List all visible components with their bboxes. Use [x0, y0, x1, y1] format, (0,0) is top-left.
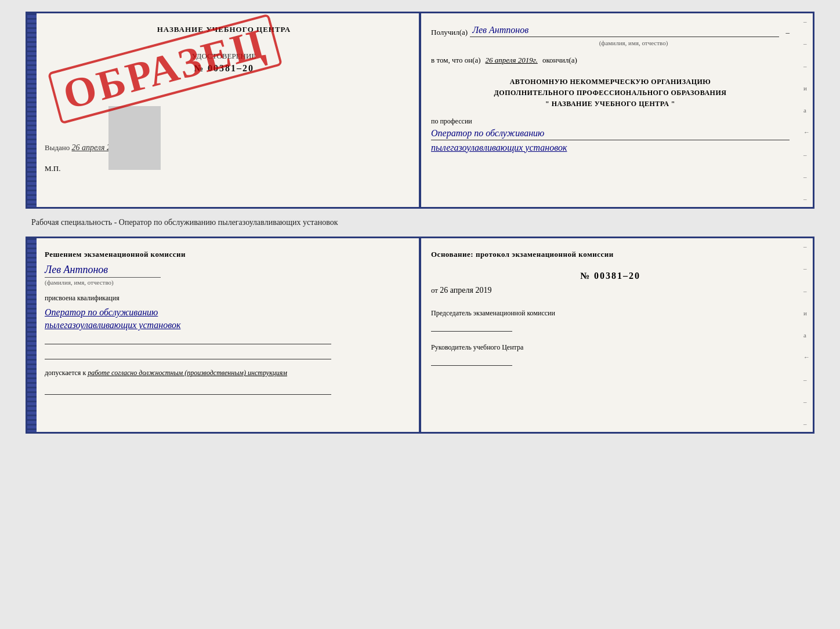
fio-subtitle: (фамилия, имя, отчество) — [477, 39, 790, 46]
mp-label: М.П. — [45, 164, 403, 173]
document-container: НАЗВАНИЕ УЧЕБНОГО ЦЕНТРА ОБРАЗЕЦ УДОСТОВ… — [26, 12, 814, 434]
cert-title: НАЗВАНИЕ УЧЕБНОГО ЦЕНТРА — [45, 25, 403, 34]
allowed-text: допускается к работе согласно должностны… — [45, 369, 403, 377]
cert-number: № 00381–20 — [45, 63, 403, 74]
top-certificate-book: НАЗВАНИЕ УЧЕБНОГО ЦЕНТРА ОБРАЗЕЦ УДОСТОВ… — [26, 12, 814, 209]
between-text: Рабочая специальность - Оператор по обсл… — [26, 218, 338, 227]
org-block: АВТОНОМНУЮ НЕКОММЕРЧЕСКУЮ ОРГАНИЗАЦИЮ ДО… — [431, 77, 790, 110]
chairman-sig-line — [431, 318, 512, 332]
basis-text: Основание: протокол экзаменационной коми… — [431, 250, 790, 259]
protocol-number: № 00381–20 — [431, 271, 790, 281]
director-block: Руководитель учебного Центра — [431, 343, 790, 366]
in-that-line: в том, что он(а) 26 апреля 2019г. окончи… — [431, 56, 790, 65]
cert-left-page: НАЗВАНИЕ УЧЕБНОГО ЦЕНТРА ОБРАЗЕЦ УДОСТОВ… — [27, 13, 417, 207]
director-sig-line — [431, 352, 512, 366]
profession-label: по профессии — [431, 117, 790, 126]
received-line: Получил(а) Лев Антпонов – — [431, 25, 790, 37]
decision-text: Решением экзаменационной комиссии — [45, 250, 403, 259]
issued-line: Выдано 26 апреля 2019 — [45, 143, 403, 152]
chairman-block: Председатель экзаменационной комиссии — [431, 309, 790, 332]
binding-decoration-bottom — [27, 238, 37, 432]
bottom-certificate-book: Решением экзаменационной комиссии Лев Ан… — [26, 237, 814, 434]
bottom-left-page: Решением экзаменационной комиссии Лев Ан… — [27, 238, 417, 432]
qual-value2: пылегазоулавливающих установок — [45, 320, 403, 330]
cert-right-page: Получил(а) Лев Антпонов – (фамилия, имя,… — [417, 13, 813, 207]
cert-doc-label: УДОСТОВЕРЕНИЕ — [45, 52, 403, 61]
person-fio-subtitle: (фамилия, имя, отчество) — [45, 277, 161, 286]
assigned-label: присвоена квалификация — [45, 294, 403, 303]
blank-line1 — [45, 333, 331, 344]
bottom-right-page: Основание: протокол экзаменационной коми… — [417, 238, 813, 432]
side-marks-top-right: – – – и а ← – – – — [803, 13, 812, 207]
side-marks-bottom-right: – – – и а ← – – – — [803, 238, 812, 432]
qual-value1: Оператор по обслуживанию — [45, 307, 403, 318]
profession-value2: пылегазоулавливающих установок — [431, 143, 790, 153]
blank-line3 — [45, 383, 331, 395]
blank-line2 — [45, 348, 331, 359]
person-name: Лев Антпонов — [45, 264, 403, 276]
photo-placeholder — [108, 106, 161, 170]
protocol-date: от 26 апреля 2019 — [431, 286, 790, 295]
profession-value1: Оператор по обслуживанию — [431, 128, 790, 140]
